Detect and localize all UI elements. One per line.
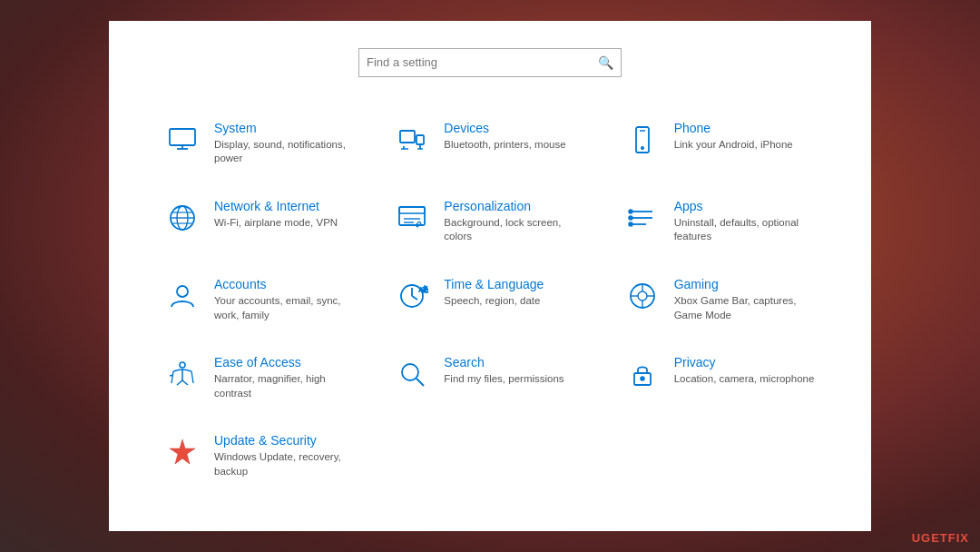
settings-window: 🔍 System Display, sound, notifications, … (109, 21, 871, 531)
apps-subtitle: Uninstall, defaults, optional features (674, 216, 817, 244)
gaming-text: Gaming Xbox Game Bar, captures, Game Mod… (674, 277, 817, 322)
time-text: Time & Language Speech, region, date (444, 277, 544, 309)
svg-point-27 (177, 286, 188, 297)
accounts-text: Accounts Your accounts, email, sync, wor… (214, 277, 357, 322)
ease-subtitle: Narrator, magnifier, high contrast (214, 372, 357, 400)
settings-grid: System Display, sound, notifications, po… (145, 104, 835, 495)
apps-title: Apps (674, 199, 817, 213)
settings-item-network[interactable]: Network & Internet Wi-Fi, airplane mode,… (145, 182, 375, 261)
network-subtitle: Wi-Fi, airplane mode, VPN (214, 216, 338, 231)
personalization-text: Personalization Background, lock screen,… (444, 199, 586, 244)
privacy-text: Privacy Location, camera, microphone (674, 355, 815, 387)
settings-item-ease[interactable]: Ease of Access Narrator, magnifier, high… (145, 339, 375, 417)
update-text: Update & Security Windows Update, recove… (214, 433, 357, 478)
accounts-subtitle: Your accounts, email, sync, work, family (214, 294, 357, 322)
svg-point-24 (629, 210, 632, 213)
search-settings-subtitle: Find my files, permissions (444, 372, 564, 387)
svg-point-43 (641, 377, 644, 380)
devices-title: Devices (444, 121, 565, 135)
system-icon (163, 121, 201, 159)
svg-point-26 (629, 222, 632, 226)
ease-title: Ease of Access (214, 355, 357, 370)
time-title: Time & Language (444, 277, 544, 291)
watermark: UGETFIX (912, 531, 969, 545)
svg-rect-18 (399, 207, 425, 213)
settings-item-devices[interactable]: Devices Bluetooth, printers, mouse (375, 104, 604, 182)
settings-item-time[interactable]: A あ Time & Language Speech, region, date (375, 261, 604, 339)
system-text: System Display, sound, notifications, po… (214, 121, 357, 166)
search-bar-wrapper: 🔍 (145, 48, 835, 77)
search-bar[interactable]: 🔍 (358, 48, 622, 77)
settings-item-system[interactable]: System Display, sound, notifications, po… (145, 104, 375, 182)
gaming-icon (623, 277, 662, 315)
svg-rect-3 (400, 131, 415, 143)
devices-text: Devices Bluetooth, printers, mouse (444, 121, 565, 153)
apps-text: Apps Uninstall, defaults, optional featu… (674, 199, 817, 244)
svg-rect-4 (416, 135, 424, 144)
settings-item-phone[interactable]: Phone Link your Android, iPhone (605, 104, 835, 182)
svg-marker-44 (170, 439, 195, 464)
accounts-title: Accounts (214, 277, 357, 291)
devices-icon (393, 121, 431, 159)
personalization-icon (393, 199, 431, 237)
time-subtitle: Speech, region, date (444, 294, 544, 309)
network-title: Network & Internet (214, 199, 338, 213)
search-input[interactable] (367, 55, 598, 69)
phone-subtitle: Link your Android, iPhone (674, 138, 793, 153)
search-settings-text: Search Find my files, permissions (444, 355, 564, 387)
network-icon (163, 199, 201, 237)
settings-item-apps[interactable]: Apps Uninstall, defaults, optional featu… (605, 182, 835, 261)
svg-point-40 (402, 364, 418, 380)
personalization-subtitle: Background, lock screen, colors (444, 216, 586, 244)
settings-item-update[interactable]: Update & Security Windows Update, recove… (145, 417, 375, 495)
search-icon: 🔍 (598, 55, 613, 70)
gaming-subtitle: Xbox Game Bar, captures, Game Mode (674, 294, 817, 322)
privacy-icon (623, 355, 662, 393)
privacy-title: Privacy (674, 355, 815, 370)
network-text: Network & Internet Wi-Fi, airplane mode,… (214, 199, 338, 231)
update-subtitle: Windows Update, recovery, backup (214, 450, 357, 478)
svg-text:あ: あ (422, 285, 428, 293)
phone-title: Phone (674, 121, 793, 135)
svg-point-34 (638, 291, 647, 301)
settings-item-personalization[interactable]: Personalization Background, lock screen,… (375, 182, 604, 261)
svg-line-41 (416, 379, 424, 386)
svg-point-39 (180, 362, 185, 368)
settings-item-search[interactable]: Search Find my files, permissions (375, 339, 604, 417)
devices-subtitle: Bluetooth, printers, mouse (444, 138, 565, 153)
personalization-title: Personalization (444, 199, 586, 213)
watermark-highlight: GET (921, 531, 948, 545)
system-title: System (214, 121, 357, 135)
svg-point-11 (641, 147, 642, 149)
watermark-suffix: FIX (948, 531, 969, 545)
search-settings-title: Search (444, 355, 564, 370)
phone-icon (623, 121, 662, 159)
gaming-title: Gaming (674, 277, 817, 291)
settings-item-gaming[interactable]: Gaming Xbox Game Bar, captures, Game Mod… (605, 261, 835, 339)
svg-rect-0 (170, 129, 195, 145)
ease-text: Ease of Access Narrator, magnifier, high… (214, 355, 357, 400)
accounts-icon (163, 277, 201, 315)
svg-point-25 (629, 216, 632, 220)
ease-icon (163, 355, 201, 393)
settings-item-privacy[interactable]: Privacy Location, camera, microphone (605, 339, 835, 417)
update-icon (163, 433, 201, 471)
apps-icon (623, 199, 662, 237)
settings-item-accounts[interactable]: Accounts Your accounts, email, sync, wor… (145, 261, 375, 339)
watermark-prefix: U (912, 531, 921, 545)
svg-line-30 (412, 296, 417, 300)
update-title: Update & Security (214, 433, 357, 448)
search-settings-icon (393, 355, 431, 393)
time-icon: A あ (393, 277, 431, 315)
phone-text: Phone Link your Android, iPhone (674, 121, 793, 153)
system-subtitle: Display, sound, notifications, power (214, 138, 357, 166)
privacy-subtitle: Location, camera, microphone (674, 372, 815, 387)
